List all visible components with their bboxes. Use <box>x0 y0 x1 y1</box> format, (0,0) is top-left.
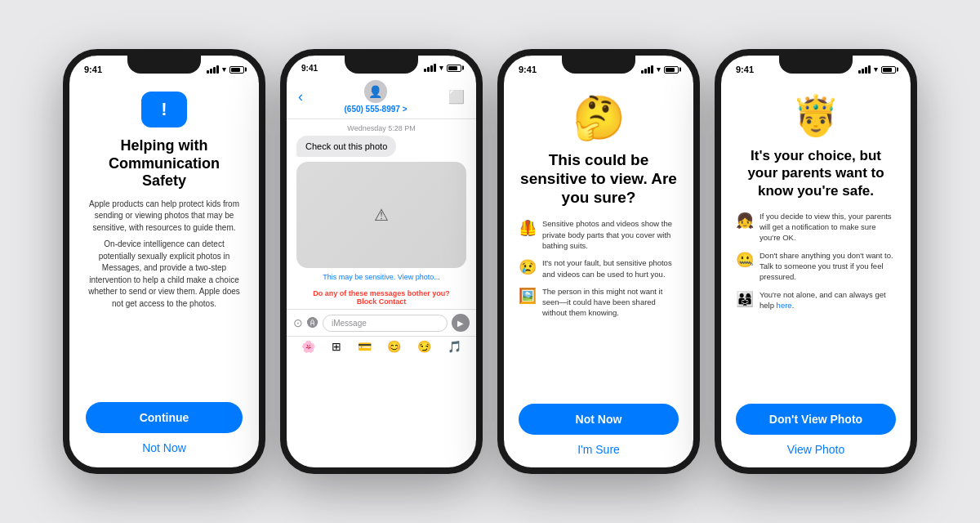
phone1-content: Helping with Communication Safety Apple … <box>69 78 259 467</box>
phone3-title: This could be sensitive to view. Are you… <box>519 151 679 207</box>
phone4-info-item-3: 👨‍👩‍👧 You're not alone, and can always g… <box>736 289 896 311</box>
phone-3: 9:41 ▾ 🤔 This could be sensitive to view… <box>497 49 700 474</box>
status-icons-2: ▾ <box>424 64 461 72</box>
phone3-content: 🤔 This could be sensitive to view. Are y… <box>504 78 693 467</box>
blur-overlay: ⚠ <box>296 162 466 268</box>
phone4-info-item-2: 🤐 Don't share anything you don't want to… <box>736 250 896 283</box>
imessage-input[interactable]: iMessage <box>323 315 448 332</box>
battery-icon-4 <box>881 66 896 74</box>
im-sure-button[interactable]: I'm Sure <box>519 443 679 456</box>
wifi-icon-1: ▾ <box>222 65 226 74</box>
status-icons-4: ▾ <box>858 65 896 74</box>
notch-4 <box>779 56 853 74</box>
signal-icon-4 <box>858 65 871 74</box>
send-button[interactable]: ▶ <box>452 314 470 332</box>
phone4-content: 🤴 It's your choice, but your parents wan… <box>721 78 911 467</box>
message-bubble: Check out this photo <box>296 136 396 157</box>
not-now-button-3[interactable]: Not Now <box>519 404 679 435</box>
sensitive-notice: This may be sensitive. View photo... <box>287 271 476 283</box>
sensitive-image: ⚠ <box>296 162 466 268</box>
phone4-info-item-1: 👧 If you decide to view this, your paren… <box>736 211 896 244</box>
phone4-info-emoji-2: 🤐 <box>736 251 754 269</box>
status-icons-1: ▾ <box>207 65 244 74</box>
emoji-apps[interactable]: ⊞ <box>332 340 341 353</box>
wifi-icon-2: ▾ <box>439 64 443 72</box>
dont-view-button[interactable]: Don't View Photo <box>736 404 896 435</box>
notch-2 <box>345 56 418 74</box>
time-2: 9:41 <box>301 64 318 73</box>
block-link[interactable]: Block Contact <box>357 297 407 306</box>
view-photo-link[interactable]: View photo... <box>398 273 440 281</box>
time-3: 9:41 <box>519 65 537 74</box>
phone4-actions: Don't View Photo View Photo <box>736 397 896 456</box>
messages-body: Wednesday 5:28 PM Check out this photo ⚠… <box>287 119 476 356</box>
phone4-info-emoji-3: 👨‍👩‍👧 <box>736 290 754 308</box>
appstore-icon[interactable]: 🅐 <box>307 316 318 329</box>
info-emoji-2: 😢 <box>519 258 537 276</box>
info-emoji-3: 🖼️ <box>519 287 537 305</box>
thinking-emoji: 🤔 <box>572 93 626 143</box>
message-input-bar: ⊙ 🅐 iMessage ▶ <box>287 309 476 336</box>
info-item-2: 😢 It's not your fault, but sensitive pho… <box>519 257 679 279</box>
wifi-icon-4: ▾ <box>874 65 878 74</box>
view-photo-button[interactable]: View Photo <box>736 443 896 456</box>
chat-safety-icon <box>141 92 187 127</box>
battery-icon-2 <box>447 65 461 72</box>
block-contact-area: Do any of these messages bother you? Blo… <box>287 283 476 309</box>
phone4-info-text-1: If you decide to view this, your parents… <box>760 211 896 244</box>
phone3-actions: Not Now I'm Sure <box>519 404 679 456</box>
phone4-info-text-3: You're not alone, and can always get hel… <box>760 289 896 311</box>
phone-1: 9:41 ▾ Helping with Communication Safety… <box>63 49 265 474</box>
phones-container: 9:41 ▾ Helping with Communication Safety… <box>47 33 933 490</box>
emoji-music[interactable]: 🎵 <box>448 340 461 353</box>
signal-icon-2 <box>424 64 436 72</box>
continue-button[interactable]: Continue <box>86 402 243 433</box>
emoji-bar: 🌸 ⊞ 💳 😊 😏 🎵 <box>287 336 476 356</box>
contact-name[interactable]: (650) 555-8997 > <box>344 105 407 114</box>
contact-info: 👤 (650) 555-8997 > <box>344 80 407 114</box>
phone4-info-text-2: Don't share anything you don't want to. … <box>760 250 896 283</box>
phone3-info-list: 🦺 Sensitive photos and videos show the p… <box>519 218 679 404</box>
back-arrow-icon[interactable]: ‹ <box>298 88 303 105</box>
warning-icon: ⚠ <box>374 205 389 225</box>
info-text-3: The person in this might not want it see… <box>542 286 679 319</box>
phone-2: 9:41 ▾ ‹ 👤 (650) 555-8997 > ⬜ Wedne <box>280 49 483 474</box>
phone-4: 9:41 ▾ 🤴 It's your choice, but your pare… <box>715 49 917 474</box>
info-text-2: It's not your fault, but sensitive photo… <box>542 257 679 279</box>
phone1-desc2: On-device intelligence can detect potent… <box>86 239 243 310</box>
emoji-face1[interactable]: 😊 <box>387 340 401 353</box>
emoji-flowers[interactable]: 🌸 <box>301 340 315 353</box>
avatar: 👤 <box>364 80 387 103</box>
camera-icon[interactable]: ⊙ <box>293 316 303 329</box>
phone1-desc1: Apple products can help protect kids fro… <box>86 199 243 235</box>
phone4-info-list: 👧 If you decide to view this, your paren… <box>736 211 896 397</box>
messages-date: Wednesday 5:28 PM <box>287 119 476 136</box>
info-emoji-1: 🦺 <box>519 219 537 237</box>
messages-header: ‹ 👤 (650) 555-8997 > ⬜ <box>287 77 476 119</box>
info-item-3: 🖼️ The person in this might not want it … <box>519 286 679 319</box>
signal-icon-3 <box>641 65 653 74</box>
info-item-1: 🦺 Sensitive photos and videos show the p… <box>519 218 679 251</box>
phone4-info-emoji-1: 👧 <box>736 212 754 230</box>
signal-icon-1 <box>207 65 219 74</box>
time-4: 9:41 <box>736 65 754 74</box>
phone4-title: It's your choice, but your parents want … <box>736 147 896 199</box>
video-call-icon[interactable]: ⬜ <box>448 89 465 105</box>
time-1: 9:41 <box>84 65 102 74</box>
help-link[interactable]: here <box>777 301 792 310</box>
emoji-face2[interactable]: 😏 <box>417 340 431 353</box>
status-icons-3: ▾ <box>641 65 679 74</box>
notch-1 <box>127 56 201 74</box>
emoji-applepay[interactable]: 💳 <box>358 340 372 353</box>
battery-icon-3 <box>664 66 679 74</box>
sensitive-text: This may be sensitive. <box>323 273 398 281</box>
wifi-icon-3: ▾ <box>657 65 661 74</box>
notch-3 <box>562 56 635 74</box>
imessage-placeholder: iMessage <box>332 319 367 328</box>
block-notice: Do any of these messages bother you? <box>313 289 450 297</box>
not-now-button-1[interactable]: Not Now <box>142 441 186 454</box>
battery-icon-1 <box>229 66 244 74</box>
phone1-title: Helping with Communication Safety <box>86 137 243 190</box>
info-text-1: Sensitive photos and videos show the pri… <box>542 218 679 251</box>
crown-emoji: 🤴 <box>791 93 840 139</box>
